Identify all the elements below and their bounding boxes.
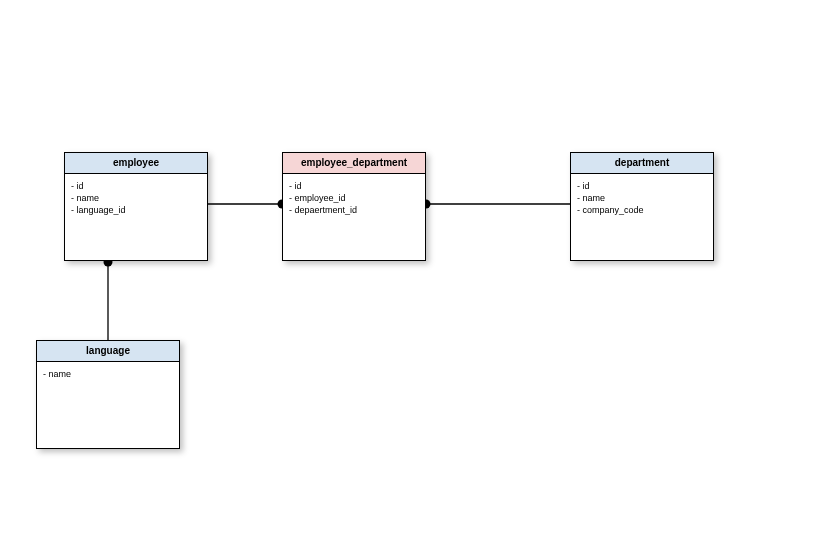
entity-language-fields: - name: [37, 362, 179, 448]
entity-employee-department[interactable]: employee_department - id - employee_id -…: [282, 152, 426, 261]
entity-employee-department-title: employee_department: [283, 153, 425, 174]
entity-employee-department-fields: - id - employee_id - depaertment_id: [283, 174, 425, 260]
entity-department-title: department: [571, 153, 713, 174]
entity-employee-title: employee: [65, 153, 207, 174]
entity-employee-fields: - id - name - language_id: [65, 174, 207, 260]
er-diagram-canvas: employee - id - name - language_id emplo…: [0, 0, 840, 540]
entity-language-title: language: [37, 341, 179, 362]
entity-language[interactable]: language - name: [36, 340, 180, 449]
entity-department-fields: - id - name - company_code: [571, 174, 713, 260]
entity-department[interactable]: department - id - name - company_code: [570, 152, 714, 261]
entity-employee[interactable]: employee - id - name - language_id: [64, 152, 208, 261]
connector-layer: [0, 0, 840, 540]
